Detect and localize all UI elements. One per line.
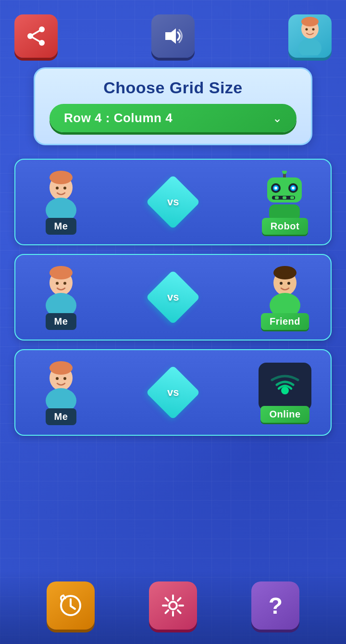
history-icon <box>59 593 83 618</box>
svg-line-55 <box>178 598 181 601</box>
player2-section-online: Online <box>259 363 311 423</box>
vs-diamond-robot: vs <box>146 175 200 229</box>
vs-friend-card[interactable]: Me vs <box>14 254 332 341</box>
grid-dropdown[interactable]: Row 4 : Column 4 ⌄ <box>49 104 297 132</box>
mode-cards-wrapper: Me vs <box>14 159 332 436</box>
svg-point-37 <box>280 267 290 275</box>
question-mark-icon: ? <box>269 593 283 619</box>
svg-point-46 <box>281 387 289 394</box>
grid-dropdown-value: Row 4 : Column 4 <box>64 111 173 126</box>
chevron-down-icon: ⌄ <box>272 112 282 125</box>
svg-point-15 <box>63 187 66 189</box>
svg-point-44 <box>56 377 59 380</box>
svg-point-24 <box>292 187 295 189</box>
svg-point-39 <box>280 282 283 285</box>
svg-line-4 <box>30 36 42 43</box>
player1-label-friend: Me <box>46 313 77 330</box>
share-button[interactable] <box>14 14 58 58</box>
player1-section-online: Me <box>35 360 87 425</box>
svg-rect-27 <box>283 196 286 199</box>
svg-line-56 <box>165 610 168 613</box>
avatar-icon <box>293 17 327 55</box>
vs-text-robot: vs <box>167 196 179 208</box>
svg-rect-26 <box>275 196 279 199</box>
vs-diamond-online: vs <box>146 365 200 419</box>
svg-point-31 <box>49 266 73 279</box>
player1-avatar-online <box>35 360 87 413</box>
svg-rect-28 <box>290 196 294 199</box>
vs-diamond-friend: vs <box>146 270 200 324</box>
share-icon <box>25 25 47 47</box>
vs-text-online: vs <box>167 386 179 399</box>
svg-point-48 <box>169 602 177 609</box>
svg-point-33 <box>56 282 59 285</box>
player1-section-robot: Me <box>35 170 87 235</box>
bottom-bar: ? <box>0 572 346 644</box>
player2-avatar-friend <box>259 265 311 318</box>
svg-point-21 <box>274 187 277 189</box>
history-button[interactable] <box>47 581 95 630</box>
grid-title: Choose Grid Size <box>103 78 243 97</box>
player2-label-online: Online <box>260 406 309 423</box>
vs-robot-card[interactable]: Me vs <box>14 159 332 245</box>
svg-point-42 <box>49 361 73 375</box>
svg-point-8 <box>298 38 321 55</box>
vs-text-friend: vs <box>167 291 179 303</box>
svg-marker-5 <box>165 28 176 44</box>
player2-avatar-robot <box>259 170 311 223</box>
player2-section-robot: Robot <box>259 170 311 235</box>
svg-point-45 <box>63 377 66 380</box>
player1-label-robot: Me <box>46 218 77 235</box>
player2-label-friend: Friend <box>261 313 309 330</box>
grid-selector-card: Choose Grid Size Row 4 : Column 4 ⌄ <box>34 67 312 145</box>
svg-point-9 <box>306 28 308 31</box>
wifi-signal-icon <box>268 372 302 401</box>
player1-avatar-robot <box>35 170 87 223</box>
profile-button[interactable] <box>288 14 332 58</box>
svg-point-7 <box>301 17 319 26</box>
svg-point-34 <box>63 282 66 285</box>
player2-section-friend: Friend <box>259 265 311 330</box>
help-button[interactable]: ? <box>251 581 299 630</box>
svg-point-10 <box>312 28 315 31</box>
online-avatar-box <box>259 363 311 411</box>
svg-line-54 <box>178 610 181 613</box>
player2-label-robot: Robot <box>262 218 308 235</box>
svg-line-3 <box>30 29 42 36</box>
top-bar <box>14 14 332 58</box>
vs-online-card[interactable]: Me vs Online <box>14 349 332 436</box>
settings-button[interactable] <box>149 581 197 630</box>
page-wrapper: Choose Grid Size Row 4 : Column 4 ⌄ <box>0 0 346 644</box>
svg-point-17 <box>282 171 287 174</box>
player1-avatar-friend <box>35 265 87 318</box>
sound-icon <box>162 25 184 47</box>
player1-section-friend: Me <box>35 265 87 330</box>
player1-label-online: Me <box>46 408 77 425</box>
sound-button[interactable] <box>151 14 195 58</box>
svg-line-53 <box>165 598 168 601</box>
svg-point-12 <box>49 171 73 184</box>
svg-point-40 <box>287 282 290 285</box>
gear-icon <box>161 593 185 618</box>
svg-point-14 <box>56 187 59 189</box>
